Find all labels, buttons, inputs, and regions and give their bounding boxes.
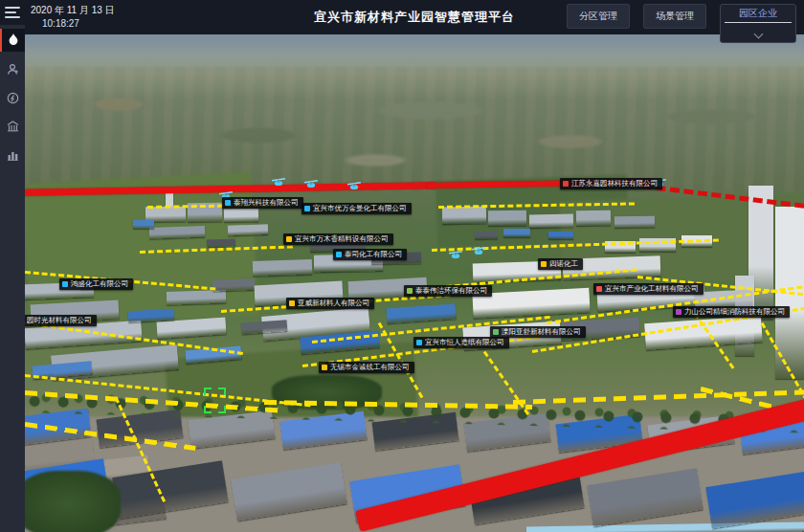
company-label-text: 园时光材料有限公司 [27, 317, 92, 324]
map-label[interactable]: 力山公司精细消防科技有限公司 [673, 306, 790, 318]
company-label-text: 四诺化工 [549, 260, 578, 268]
building [529, 214, 573, 229]
company-marker-icon [286, 236, 292, 242]
company-label-text: 泰翔兴科技有限公司 [234, 199, 299, 207]
factory-icon [7, 121, 19, 132]
building [149, 226, 205, 239]
top-header: 2020 年 11 月 13 日 10:18:27 宜兴市新材料产业园智慧管理平… [25, 0, 804, 34]
company-marker-icon [225, 200, 231, 206]
chevron-down-icon [753, 30, 763, 39]
helicopter-icon [471, 243, 486, 260]
selection-brackets [204, 388, 226, 413]
map-3d-view[interactable]: 泰翔兴科技有限公司宜兴市优万金曼化工有限公司宜兴市万木香精料设有限公司泰司化工有… [25, 34, 804, 532]
map-label[interactable]: 园时光材料有限公司 [25, 315, 97, 326]
map-label[interactable]: 亚威新材料人有限公司 [286, 298, 374, 309]
user-icon [7, 63, 19, 76]
sidebar-item-stats[interactable] [0, 144, 25, 166]
map-label[interactable]: 泰翔兴科技有限公司 [222, 197, 303, 209]
map-label[interactable]: 宜兴市恒人造纸有限公司 [413, 337, 509, 348]
sidebar-item-user[interactable] [0, 57, 25, 80]
company-label-text: 宜兴市产业化工材料有限公司 [605, 285, 699, 293]
sidebar-item-factory[interactable] [0, 115, 25, 138]
company-marker-icon [304, 206, 310, 211]
building [548, 232, 573, 239]
map-label[interactable]: 宜兴市万木香精料设有限公司 [283, 233, 393, 245]
map-label[interactable]: 江苏永嘉园林科技有限公司 [560, 178, 662, 189]
dropdown-label: 园区企业 [725, 7, 792, 20]
map-label[interactable]: 四诺化工 [538, 258, 583, 270]
far-fields-texture [25, 67, 804, 191]
zone-manage-button[interactable]: 分区管理 [567, 4, 630, 29]
helicopter-icon [448, 247, 463, 264]
company-label-text: 宜兴市万木香精料设有限公司 [295, 235, 389, 243]
company-marker-icon [407, 288, 413, 294]
helicopter-icon [271, 174, 286, 191]
map-label[interactable]: 无锡市金诚线工有限公司 [319, 362, 414, 373]
company-label-text: 亚威新材料人有限公司 [298, 299, 369, 307]
menu-icon[interactable] [5, 7, 20, 18]
tree-mass [25, 471, 121, 532]
sidebar-item-fire[interactable] [0, 29, 25, 52]
app-window: 2020 年 11 月 13 日 10:18:27 宜兴市新材料产业园智慧管理平… [0, 0, 804, 532]
company-label-text: 泰司化工有限公司 [345, 251, 402, 258]
company-label-text: 无锡市金诚线工有限公司 [330, 364, 410, 371]
building [212, 278, 255, 292]
bar-chart-icon [7, 149, 19, 161]
helicopter-icon [303, 176, 319, 193]
company-marker-icon [596, 286, 602, 292]
company-label-text: 力山公司精细消防科技有限公司 [684, 308, 785, 316]
building [503, 229, 530, 237]
company-marker-icon [322, 365, 327, 370]
company-label-text: 宜兴市恒人造纸有限公司 [425, 339, 504, 346]
company-marker-icon [289, 300, 295, 306]
flame-icon [8, 33, 19, 47]
building [576, 211, 611, 227]
building [167, 290, 226, 305]
building [133, 220, 154, 229]
header-buttons: 分区管理 场景管理 园区企业 [567, 4, 796, 43]
company-marker-icon [493, 329, 499, 335]
helicopter-icon [346, 178, 362, 195]
building [475, 232, 498, 239]
dropdown-divider [725, 22, 792, 23]
map-label[interactable]: 泰司化工有限公司 [333, 249, 407, 260]
building [442, 207, 486, 225]
company-label-text: 江苏永嘉园林科技有限公司 [571, 180, 658, 188]
building [224, 209, 258, 223]
park-enterprise-dropdown[interactable]: 园区企业 [720, 4, 796, 43]
building [253, 259, 313, 277]
scene-manage-button[interactable]: 场景管理 [643, 4, 706, 29]
sidebar [0, 0, 25, 532]
building [228, 224, 268, 235]
building [128, 309, 175, 322]
energy-icon [7, 92, 19, 104]
building [488, 211, 526, 227]
map-label[interactable]: 宜兴市产业化工材料有限公司 [593, 283, 704, 295]
map-label[interactable]: 泰泰伟洁环保有限公司 [404, 285, 492, 297]
company-marker-icon [416, 340, 422, 345]
company-marker-icon [563, 181, 569, 187]
company-label-text: 泰泰伟洁环保有限公司 [415, 287, 487, 295]
company-label-text: 溧阳亚舒新材料有限公司 [502, 328, 581, 336]
company-label-text: 宜兴市优万金曼化工有限公司 [313, 205, 407, 212]
map-label[interactable]: 溧阳亚舒新材料有限公司 [490, 326, 586, 338]
map-label[interactable]: 鸿盛化工有限公司 [59, 278, 133, 290]
company-label-text: 鸿盛化工有限公司 [71, 280, 128, 288]
map-label[interactable]: 宜兴市优万金曼化工有限公司 [302, 203, 412, 214]
sidebar-item-energy[interactable] [0, 86, 25, 109]
building [207, 238, 235, 247]
building [614, 216, 655, 229]
company-marker-icon [541, 261, 547, 267]
company-marker-icon [336, 252, 342, 257]
company-marker-icon [676, 309, 681, 315]
company-marker-icon [62, 281, 68, 287]
